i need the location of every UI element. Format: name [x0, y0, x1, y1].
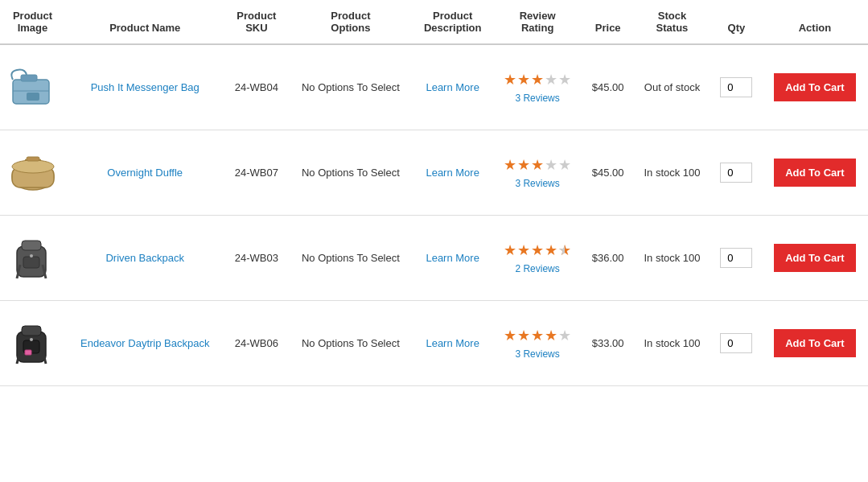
qty-input[interactable]	[720, 333, 752, 353]
star-empty: ★	[545, 156, 557, 174]
product-options-cell: No Options To Select	[288, 216, 413, 301]
reviews-link[interactable]: 3 Reviews	[515, 178, 559, 189]
reviews-link[interactable]: 2 Reviews	[515, 263, 559, 274]
svg-rect-8	[27, 157, 39, 161]
reviews-link[interactable]: 3 Reviews	[515, 348, 559, 360]
star-filled: ★	[504, 71, 516, 89]
col-header-options: ProductOptions	[288, 0, 413, 44]
table-row: Overnight Duffle 24-WB07 No Options To S…	[0, 130, 868, 216]
star-half: ★★	[558, 241, 571, 259]
svg-rect-11	[23, 257, 39, 268]
product-sku: 24-WB07	[235, 167, 278, 179]
product-options: No Options To Select	[302, 252, 400, 264]
product-qty-cell	[711, 301, 762, 386]
product-name-cell: Endeavor Daytrip Backpack	[65, 301, 224, 386]
product-name-link[interactable]: Endeavor Daytrip Backpack	[80, 337, 209, 349]
product-rating-cell: ★★★★★★ 2 Reviews	[492, 216, 582, 301]
star-empty: ★	[558, 156, 571, 174]
learn-more-link[interactable]: Learn More	[426, 252, 479, 264]
product-sku-cell: 24-WB06	[224, 301, 288, 386]
product-image-cell	[0, 301, 65, 386]
product-price: $45.00	[592, 81, 624, 93]
learn-more-link[interactable]: Learn More	[426, 81, 479, 93]
svg-point-6	[12, 160, 54, 173]
product-options: No Options To Select	[302, 81, 400, 93]
product-sku-cell: 24-WB07	[224, 130, 288, 216]
star-rating: ★★★★★	[499, 327, 576, 344]
product-name-cell: Push It Messenger Bag	[65, 44, 224, 130]
product-rating-cell: ★★★★★ 3 Reviews	[492, 44, 582, 130]
star-filled: ★	[517, 241, 530, 259]
stock-status: In stock 100	[644, 252, 700, 264]
star-filled: ★	[517, 327, 530, 344]
add-to-cart-button[interactable]: Add To Cart	[774, 159, 855, 187]
product-name-link[interactable]: Overnight Duffle	[107, 167, 183, 179]
product-image-cell	[0, 44, 65, 130]
qty-input[interactable]	[720, 163, 752, 183]
product-image	[6, 146, 59, 199]
stock-status: In stock 100	[644, 337, 700, 349]
col-header-sku: ProductSKU	[224, 0, 288, 44]
product-sku-cell: 24-WB04	[224, 44, 288, 130]
svg-point-18	[30, 338, 33, 341]
star-filled: ★	[545, 241, 557, 259]
star-filled: ★	[531, 71, 544, 89]
star-filled: ★	[531, 327, 544, 344]
col-header-qty: Qty	[711, 0, 762, 44]
star-filled: ★	[517, 156, 530, 174]
star-filled: ★	[517, 71, 530, 89]
stock-status: Out of stock	[644, 81, 700, 93]
product-action-cell: Add To Cart	[762, 130, 868, 216]
product-name-cell: Overnight Duffle	[65, 130, 224, 216]
star-filled: ★	[545, 327, 557, 344]
col-header-description: ProductDescription	[413, 0, 492, 44]
reviews-link[interactable]: 3 Reviews	[515, 93, 559, 104]
star-filled: ★	[504, 156, 516, 174]
learn-more-link[interactable]: Learn More	[426, 337, 479, 349]
col-header-price: Price	[582, 0, 633, 44]
star-filled: ★	[504, 241, 516, 259]
table-header-row: ProductImage Product Name ProductSKU Pro…	[0, 0, 868, 44]
product-description-cell: Learn More	[413, 301, 492, 386]
product-options-cell: No Options To Select	[288, 301, 413, 386]
product-name-link[interactable]: Push It Messenger Bag	[91, 81, 200, 93]
product-name-cell: Driven Backpack	[65, 216, 224, 301]
product-options-cell: No Options To Select	[288, 44, 413, 130]
add-to-cart-button[interactable]: Add To Cart	[774, 329, 855, 357]
product-sku: 24-WB04	[235, 81, 278, 93]
product-table-container: ProductImage Product Name ProductSKU Pro…	[0, 0, 868, 386]
col-header-image: ProductImage	[0, 0, 65, 44]
learn-more-link[interactable]: Learn More	[426, 167, 479, 179]
add-to-cart-button[interactable]: Add To Cart	[774, 244, 855, 272]
qty-input[interactable]	[720, 248, 752, 268]
star-filled: ★	[504, 327, 516, 344]
col-header-action: Action	[762, 0, 868, 44]
product-image	[6, 317, 59, 369]
qty-input[interactable]	[720, 77, 752, 97]
product-price: $33.00	[592, 337, 624, 349]
product-action-cell: Add To Cart	[762, 44, 868, 130]
product-image-cell	[0, 130, 65, 216]
product-image	[6, 61, 59, 113]
product-image	[6, 232, 59, 284]
product-action-cell: Add To Cart	[762, 301, 868, 386]
svg-rect-10	[22, 241, 41, 250]
add-to-cart-button[interactable]: Add To Cart	[774, 73, 855, 101]
product-price: $45.00	[592, 167, 624, 179]
svg-rect-16	[22, 326, 41, 336]
star-empty: ★	[545, 71, 557, 89]
product-sku: 24-WB06	[235, 337, 278, 349]
star-empty: ★	[558, 327, 571, 344]
star-filled: ★	[531, 241, 544, 259]
product-stock-cell: In stock 100	[633, 130, 711, 216]
product-price: $36.00	[592, 252, 624, 264]
product-name-link[interactable]: Driven Backpack	[105, 252, 184, 264]
product-action-cell: Add To Cart	[762, 216, 868, 301]
col-header-name: Product Name	[65, 0, 224, 44]
product-table: ProductImage Product Name ProductSKU Pro…	[0, 0, 868, 386]
product-stock-cell: In stock 100	[633, 216, 711, 301]
stock-status: In stock 100	[644, 167, 700, 179]
product-stock-cell: Out of stock	[633, 44, 711, 130]
product-stock-cell: In stock 100	[633, 301, 711, 386]
product-qty-cell	[711, 216, 762, 301]
